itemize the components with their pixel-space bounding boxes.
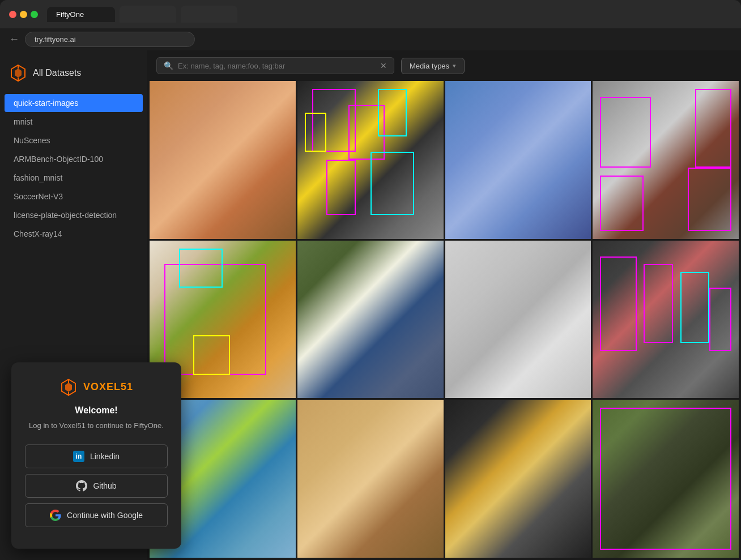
grid-cell-alpaca[interactable] bbox=[297, 400, 444, 558]
sidebar-item-fashion-mnist[interactable]: fashion_mnist bbox=[5, 169, 143, 187]
grid-cell-license[interactable] bbox=[445, 400, 591, 558]
sidebar-item-license-plate[interactable]: license-plate-object-detection bbox=[5, 206, 143, 224]
bounding-box bbox=[600, 408, 731, 550]
bounding-box bbox=[305, 113, 327, 152]
bounding-box bbox=[600, 176, 644, 231]
media-types-button[interactable]: Media types ▾ bbox=[401, 58, 465, 74]
grid-cell-plane[interactable] bbox=[445, 81, 591, 239]
bounding-box bbox=[348, 105, 385, 160]
grid-cell-horse[interactable] bbox=[593, 400, 739, 558]
sidebar-item-quick-start-images[interactable]: quick-start-images bbox=[5, 94, 143, 112]
github-login-button[interactable]: Github bbox=[25, 474, 168, 498]
bbox-overlay-room bbox=[593, 81, 739, 239]
back-button[interactable]: ← bbox=[9, 33, 19, 45]
grid-cell-room[interactable] bbox=[593, 81, 739, 239]
sidebar-item-soccernet[interactable]: SoccerNet-V3 bbox=[5, 187, 143, 206]
bounding-box bbox=[709, 288, 731, 350]
sidebar-title: All Datasets bbox=[33, 68, 81, 78]
close-window-button[interactable] bbox=[9, 11, 16, 18]
modal-logo-text: VOXEL51 bbox=[83, 381, 133, 393]
bbox-overlay-crowd bbox=[297, 81, 444, 239]
bounding-box bbox=[600, 257, 636, 351]
toolbar: 🔍 ✕ Media types ▾ bbox=[147, 50, 741, 81]
bounding-box bbox=[312, 89, 356, 152]
address-bar[interactable]: try.fiftyone.ai bbox=[25, 32, 195, 47]
google-login-button[interactable]: Continue with Google bbox=[25, 503, 168, 527]
linkedin-button-label: Linkedin bbox=[90, 452, 120, 461]
modal-subtitle: Log in to Voxel51 to continue to FiftyOn… bbox=[25, 420, 168, 431]
grid-cell-crowd[interactable] bbox=[297, 81, 444, 239]
bounding-box bbox=[378, 89, 407, 136]
bounding-box bbox=[179, 249, 223, 288]
media-types-label: Media types bbox=[410, 62, 449, 70]
grid-cell-street[interactable] bbox=[593, 241, 739, 399]
sidebar-item-mnist[interactable]: mnist bbox=[5, 113, 143, 131]
svg-marker-5 bbox=[65, 383, 72, 392]
bounding-box bbox=[193, 335, 229, 375]
browser-addressbar: ← try.fiftyone.ai bbox=[0, 28, 741, 50]
modal-logo: VOXEL51 bbox=[25, 378, 168, 396]
sidebar-item-chestxray[interactable]: ChestX-ray14 bbox=[5, 225, 143, 243]
login-modal: VOXEL51 Welcome! Log in to Voxel51 to co… bbox=[11, 362, 181, 549]
main-content: 🔍 ✕ Media types ▾ bbox=[147, 50, 741, 560]
search-clear-icon[interactable]: ✕ bbox=[380, 61, 387, 70]
voxel51-logo-icon bbox=[59, 378, 78, 396]
browser-titlebar: FiftyOne bbox=[0, 0, 741, 28]
grid-cell-cat[interactable] bbox=[150, 81, 296, 239]
browser-chrome: FiftyOne ← try.fiftyone.ai bbox=[0, 0, 741, 50]
empty-tab-1[interactable] bbox=[120, 6, 176, 23]
search-icon: 🔍 bbox=[164, 61, 173, 70]
google-button-label: Continue with Google bbox=[67, 511, 143, 520]
linkedin-login-button[interactable]: in Linkedin bbox=[25, 444, 168, 468]
bbox-overlay-horse bbox=[593, 400, 739, 558]
grid-cell-baseball[interactable] bbox=[297, 241, 444, 399]
bounding-box bbox=[600, 97, 651, 168]
google-icon bbox=[50, 510, 61, 521]
bbox-overlay-street bbox=[593, 241, 739, 399]
bounding-box bbox=[644, 264, 673, 343]
bounding-box bbox=[695, 89, 731, 168]
grid-cell-bench[interactable] bbox=[445, 241, 591, 399]
sidebar-item-nuscenes[interactable]: NuScenes bbox=[5, 131, 143, 149]
search-input[interactable] bbox=[178, 62, 376, 70]
chevron-down-icon: ▾ bbox=[453, 62, 456, 70]
modal-welcome-heading: Welcome! bbox=[25, 405, 168, 416]
svg-marker-1 bbox=[15, 69, 22, 78]
bounding-box bbox=[680, 272, 710, 343]
linkedin-icon: in bbox=[73, 451, 84, 462]
minimize-window-button[interactable] bbox=[20, 11, 27, 18]
search-bar[interactable]: 🔍 ✕ bbox=[156, 57, 394, 74]
bounding-box bbox=[326, 160, 356, 215]
dataset-list: quick-start-imagesmnistNuScenesARMBench-… bbox=[0, 94, 147, 243]
github-button-label: Github bbox=[93, 481, 116, 490]
active-tab[interactable]: FiftyOne bbox=[47, 7, 115, 22]
bounding-box bbox=[370, 152, 414, 215]
fiftyone-logo-icon bbox=[9, 64, 27, 82]
maximize-window-button[interactable] bbox=[31, 11, 38, 18]
traffic-lights bbox=[9, 11, 38, 18]
sidebar-item-armbench[interactable]: ARMBench-ObjectID-100 bbox=[5, 150, 143, 168]
sidebar-logo: All Datasets bbox=[0, 59, 147, 93]
bounding-box bbox=[688, 168, 731, 230]
empty-tab-2[interactable] bbox=[181, 6, 237, 23]
github-icon bbox=[76, 480, 87, 491]
bounding-box bbox=[164, 264, 266, 374]
image-grid bbox=[147, 81, 741, 560]
